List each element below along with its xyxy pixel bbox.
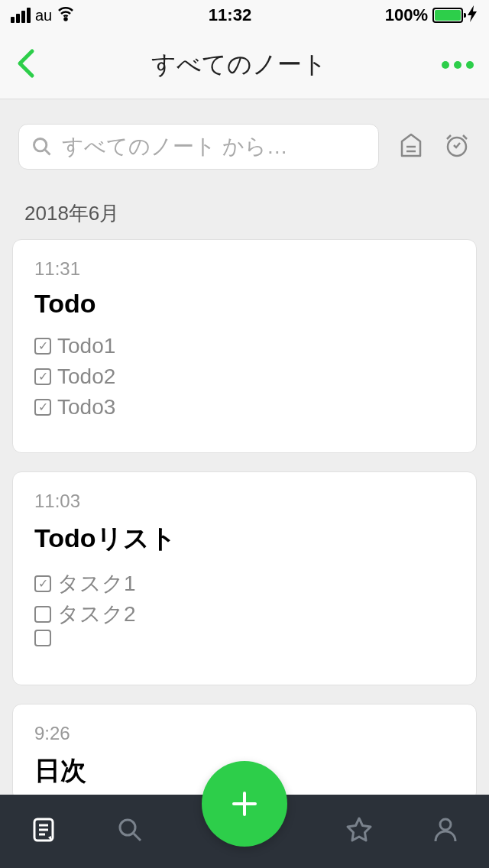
nav-header: すべてのノート: [0, 31, 489, 99]
new-note-button[interactable]: [202, 761, 287, 847]
svg-point-14: [440, 819, 451, 830]
svg-line-6: [447, 135, 451, 139]
signal-icon: [11, 8, 31, 23]
wifi-icon: [57, 4, 75, 27]
search-input[interactable]: すべてのノート から…: [18, 124, 379, 170]
search-placeholder: すべてのノート から…: [62, 132, 288, 161]
status-left: au: [11, 4, 75, 27]
battery-pct: 100%: [385, 5, 428, 25]
svg-point-1: [34, 139, 47, 151]
note-card[interactable]: 11:31 Todo Todo1 Todo2 Todo3: [12, 239, 477, 453]
status-time: 11:32: [209, 5, 251, 25]
svg-line-7: [463, 135, 467, 139]
tag-button[interactable]: [397, 131, 425, 162]
checkbox-checked-icon: [34, 575, 51, 592]
tab-search[interactable]: [115, 815, 145, 848]
note-item-text: Todo1: [57, 331, 115, 361]
charging-icon: [468, 5, 478, 26]
checkbox-checked-icon: [34, 338, 51, 355]
checkbox-unchecked-icon: [34, 606, 51, 623]
note-item-text: タスク2: [57, 599, 136, 630]
status-bar: au 11:32 100%: [0, 0, 489, 31]
section-header: 2018年6月: [0, 182, 489, 239]
svg-line-13: [134, 834, 141, 840]
note-item: [34, 630, 455, 646]
svg-point-0: [65, 18, 67, 21]
battery-icon: [432, 8, 463, 23]
note-item: タスク2: [34, 599, 455, 630]
more-button[interactable]: [442, 61, 474, 69]
note-time: 11:03: [34, 491, 455, 512]
tab-account[interactable]: [430, 815, 461, 848]
note-item-text: Todo3: [57, 392, 115, 423]
checkbox-checked-icon: [34, 399, 51, 416]
note-list: 11:31 Todo Todo1 Todo2 Todo3 11:03 Todoリ…: [0, 239, 489, 802]
note-item-text: Todo2: [57, 361, 115, 392]
page-title: すべてのノート: [151, 48, 327, 82]
tab-favorites[interactable]: [344, 815, 374, 848]
note-item: Todo3: [34, 392, 455, 423]
tab-notes[interactable]: [28, 815, 59, 848]
note-item-text: タスク1: [57, 568, 136, 599]
note-title: Todo: [34, 289, 455, 319]
svg-point-12: [120, 820, 135, 835]
checkbox-unchecked-icon: [34, 630, 51, 646]
note-item: タスク1: [34, 568, 455, 599]
checkbox-checked-icon: [34, 368, 51, 385]
note-card[interactable]: 11:03 Todoリスト タスク1 タスク2: [12, 471, 477, 685]
svg-line-2: [45, 150, 50, 155]
search-icon: [31, 136, 53, 157]
note-item: Todo2: [34, 361, 455, 392]
search-row: すべてのノート から…: [0, 99, 489, 182]
reminder-button[interactable]: [443, 131, 471, 162]
back-button[interactable]: [15, 47, 37, 83]
note-item: Todo1: [34, 331, 455, 361]
carrier-label: au: [35, 7, 52, 24]
note-time: 11:31: [34, 258, 455, 280]
note-time: 9:26: [34, 723, 455, 744]
status-right: 100%: [385, 5, 478, 26]
note-title: Todoリスト: [34, 521, 455, 556]
